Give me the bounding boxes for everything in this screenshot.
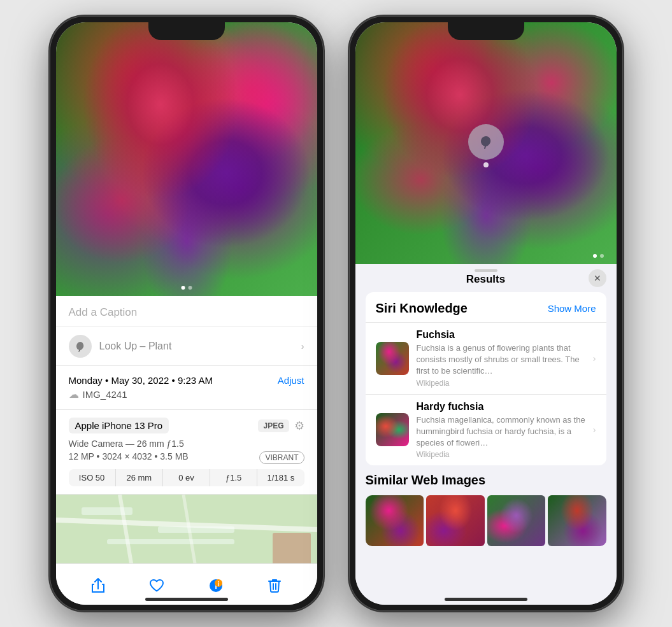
close-button[interactable]: ✕ xyxy=(589,269,606,287)
camera-specs: 12 MP • 3024 × 4032 • 3.5 MB xyxy=(69,451,189,461)
exif-row: ISO 50 26 mm 0 ev ƒ1.5 1/181 s xyxy=(69,469,304,486)
exif-iso: ISO 50 xyxy=(69,469,116,486)
exif-ev: 0 ev xyxy=(163,469,210,486)
right-notch xyxy=(448,22,524,40)
knowledge-item-fuchsia[interactable]: Fuchsia Fuchsia is a genus of flowering … xyxy=(366,322,606,394)
vibrant-badge: VIBRANT xyxy=(259,451,304,464)
dot-1 xyxy=(181,286,185,290)
results-header: Results ✕ xyxy=(355,264,617,292)
adjust-button[interactable]: Adjust xyxy=(278,375,304,386)
siri-knowledge-title: Siri Knowledge xyxy=(376,301,468,316)
hardy-content: Hardy fuchsia Fuchsia magellanica, commo… xyxy=(417,401,585,460)
camera-section: Apple iPhone 13 Pro JPEG ⚙ Wide Camera —… xyxy=(56,410,317,495)
settings-icon: ⚙ xyxy=(294,419,304,433)
camera-detail: Wide Camera — 26 mm ƒ1.5 xyxy=(69,439,304,449)
fuchsia-chevron: › xyxy=(593,353,596,363)
svg-text:i: i xyxy=(217,581,219,588)
right-screen: Results ✕ Siri Knowledge Show More xyxy=(355,22,617,605)
right-phone-screen: Results ✕ Siri Knowledge Show More xyxy=(355,22,617,605)
hardy-source: Wikipedia xyxy=(417,450,585,459)
svg-rect-9 xyxy=(273,533,311,563)
share-icon xyxy=(91,578,105,593)
trash-icon xyxy=(268,578,281,593)
lookup-row[interactable]: Look Up – Plant › xyxy=(56,327,317,366)
notch xyxy=(148,22,225,40)
siri-knowledge-section: Siri Knowledge Show More Fuchsia Fuchsia… xyxy=(366,292,606,465)
web-image-1[interactable] xyxy=(366,495,424,546)
delete-button[interactable] xyxy=(261,572,289,600)
caption-placeholder[interactable]: Add a Caption xyxy=(69,306,138,318)
caption-area[interactable]: Add a Caption xyxy=(56,296,317,327)
web-images-grid xyxy=(366,495,606,546)
camera-badges: JPEG ⚙ xyxy=(258,419,304,433)
right-photo-top xyxy=(355,22,617,264)
meta-filename: ☁ IMG_4241 xyxy=(69,388,304,400)
fuchsia-desc: Fuchsia is a genus of flowering plants t… xyxy=(417,342,585,377)
knowledge-item-hardy[interactable]: Hardy fuchsia Fuchsia magellanica, commo… xyxy=(366,394,606,466)
leaf-icon xyxy=(75,341,86,352)
hardy-desc: Fuchsia magellanica, commonly known as t… xyxy=(417,414,585,449)
web-images-title: Similar Web Images xyxy=(366,473,606,488)
lookup-dot xyxy=(483,162,489,167)
web-image-2[interactable] xyxy=(426,495,485,546)
right-dot-indicator xyxy=(593,254,604,258)
right-dot-2 xyxy=(600,254,604,258)
meta-section: Monday • May 30, 2022 • 9:23 AM Adjust ☁… xyxy=(56,366,317,410)
main-container: Add a Caption Look Up – Plant › xyxy=(37,3,636,624)
web-image-3[interactable] xyxy=(487,495,546,546)
exif-focal: 26 mm xyxy=(116,469,163,486)
exif-aperture: ƒ1.5 xyxy=(210,469,257,486)
flower-overlay xyxy=(56,22,317,296)
photo-section xyxy=(56,22,317,296)
heart-icon xyxy=(149,579,164,593)
info-icon: i i xyxy=(208,578,224,593)
hardy-thumbnail xyxy=(376,413,409,446)
fuchsia-source: Wikipedia xyxy=(417,379,585,388)
share-button[interactable] xyxy=(84,572,112,600)
hardy-chevron: › xyxy=(593,425,596,435)
left-phone: Add a Caption Look Up – Plant › xyxy=(50,16,324,611)
map-svg xyxy=(56,495,317,563)
fuchsia-thumbnail xyxy=(376,342,409,375)
meta-date: Monday • May 30, 2022 • 9:23 AM xyxy=(69,375,213,386)
web-images-section: Similar Web Images xyxy=(355,473,617,554)
like-button[interactable] xyxy=(143,572,171,600)
right-phone: Results ✕ Siri Knowledge Show More xyxy=(349,16,623,611)
knowledge-header: Siri Knowledge Show More xyxy=(366,292,606,322)
results-panel[interactable]: Results ✕ Siri Knowledge Show More xyxy=(355,264,617,605)
lookup-label: Look Up – Plant xyxy=(99,341,172,352)
cloud-icon: ☁ xyxy=(69,388,79,400)
lookup-chevron: › xyxy=(301,341,304,351)
info-section[interactable]: Add a Caption Look Up – Plant › xyxy=(56,296,317,563)
right-home-indicator xyxy=(445,598,527,601)
fuchsia-name: Fuchsia xyxy=(417,329,585,341)
results-title: Results xyxy=(466,273,505,286)
hardy-name: Hardy fuchsia xyxy=(417,401,585,412)
dot-2 xyxy=(188,286,192,290)
fuchsia-content: Fuchsia Fuchsia is a genus of flowering … xyxy=(417,329,585,388)
camera-name: Apple iPhone 13 Pro xyxy=(69,418,169,433)
drag-handle xyxy=(475,269,497,272)
right-dot-1 xyxy=(593,254,597,258)
exif-shutter: 1/181 s xyxy=(257,469,304,486)
leaf-icon-right xyxy=(479,135,493,149)
left-phone-screen: Add a Caption Look Up – Plant › xyxy=(56,22,317,605)
visual-lookup-button[interactable] xyxy=(468,124,504,160)
lookup-icon xyxy=(69,335,92,358)
home-indicator xyxy=(145,598,228,601)
info-button[interactable]: i i xyxy=(202,572,230,600)
jpeg-badge: JPEG xyxy=(258,419,289,432)
close-icon: ✕ xyxy=(594,273,601,283)
photo-dot-indicator xyxy=(181,286,192,290)
show-more-button[interactable]: Show More xyxy=(548,303,596,314)
map-section[interactable] xyxy=(56,495,317,563)
web-image-4[interactable] xyxy=(548,495,606,546)
